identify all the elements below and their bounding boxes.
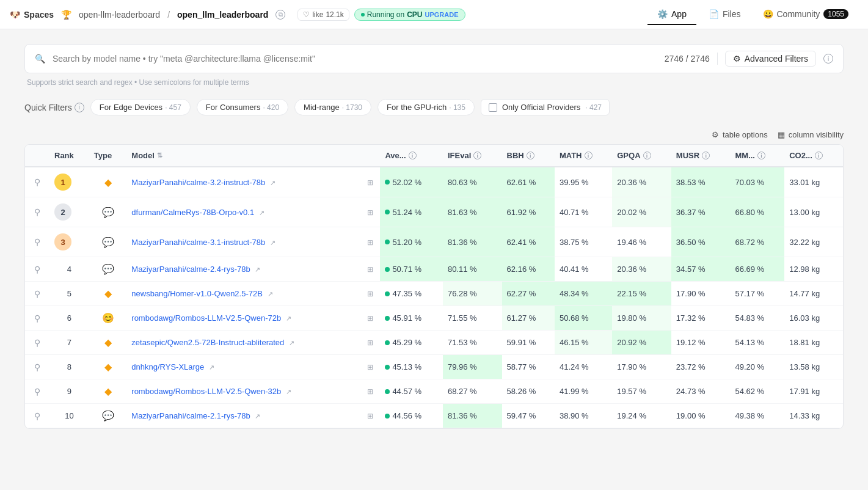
col-ave[interactable]: Ave... i xyxy=(380,145,443,167)
copy-icon[interactable]: ⊞ xyxy=(367,178,373,187)
pin-cell[interactable]: ⚲ xyxy=(25,331,49,355)
col-co2[interactable]: CO2... i xyxy=(784,145,843,167)
model-link[interactable]: MaziyarPanahi/calme-2.4-rys-78b xyxy=(131,265,250,274)
mm-cell: 49.38 % xyxy=(730,404,784,428)
mm-cell: 54.83 % xyxy=(730,306,784,331)
nav-actions: ♡ like 12.1k Running on CPU UPGRADE xyxy=(297,9,465,21)
external-link-icon: ↗ xyxy=(270,179,275,186)
math-cell: 40.41 % xyxy=(555,257,612,282)
gpqa-value: 19.46 % xyxy=(617,238,646,247)
nav-path[interactable]: open-llm-leaderboard xyxy=(79,10,160,20)
search-info-icon[interactable]: i xyxy=(823,54,833,64)
model-link[interactable]: dfurman/CalmeRys-78B-Orpo-v0.1 xyxy=(131,208,254,217)
copy-cell[interactable]: ⊞ xyxy=(360,167,380,197)
model-cell: newsbang/Homer-v1.0-Qwen2.5-72B ↗ xyxy=(126,282,360,306)
copy-icon[interactable]: ⊞ xyxy=(367,338,373,347)
search-input[interactable] xyxy=(53,54,657,64)
ifeval-value: 80.63 % xyxy=(448,178,477,187)
pin-icon[interactable]: ⚲ xyxy=(34,411,40,421)
copy-cell[interactable]: ⊞ xyxy=(360,306,380,331)
copy-cell[interactable]: ⊞ xyxy=(360,197,380,227)
pin-icon[interactable]: ⚲ xyxy=(34,265,40,274)
model-link[interactable]: rombodawg/Rombos-LLM-V2.5-Qwen-72b xyxy=(131,313,281,323)
col-rank[interactable]: Rank xyxy=(49,145,89,167)
pin-cell[interactable]: ⚲ xyxy=(25,257,49,282)
advanced-filters-button[interactable]: ⚙ Advanced Filters xyxy=(725,51,816,67)
copy-cell[interactable]: ⊞ xyxy=(360,379,380,404)
ave-score: 47.35 % xyxy=(385,289,438,298)
column-visibility-button[interactable]: ▦ column visibility xyxy=(778,130,844,139)
like-button[interactable]: ♡ like 12.1k xyxy=(297,9,349,21)
brand-logo[interactable]: 🐶 🐶 Spaces Spaces xyxy=(10,10,54,20)
copy-cell[interactable]: ⊞ xyxy=(360,227,380,257)
pin-icon[interactable]: ⚲ xyxy=(34,289,40,299)
filter-official-providers[interactable]: Only Official Providers · 427 xyxy=(481,99,610,115)
running-badge: Running on CPU UPGRADE xyxy=(354,9,465,21)
copy-link-icon[interactable]: ⧉ xyxy=(275,10,285,20)
copy-cell[interactable]: ⊞ xyxy=(360,282,380,306)
pin-icon[interactable]: ⚲ xyxy=(34,338,40,348)
pin-cell[interactable]: ⚲ xyxy=(25,167,49,197)
col-bbh[interactable]: BBH i xyxy=(502,145,555,167)
col-mm[interactable]: MM... i xyxy=(730,145,784,167)
copy-icon[interactable]: ⊞ xyxy=(367,265,373,274)
filter-consumers[interactable]: For Consumers · 420 xyxy=(197,99,288,115)
col-type[interactable]: Type xyxy=(89,145,127,167)
pin-icon[interactable]: ⚲ xyxy=(34,207,40,217)
copy-icon[interactable]: ⊞ xyxy=(367,238,373,247)
mm-value: 70.03 % xyxy=(735,178,764,187)
copy-cell[interactable]: ⊞ xyxy=(360,355,380,379)
gpqa-value: 19.80 % xyxy=(617,313,646,323)
copy-cell[interactable]: ⊞ xyxy=(360,257,380,282)
copy-icon[interactable]: ⊞ xyxy=(367,314,373,323)
model-link[interactable]: dnhkng/RYS-XLarge xyxy=(131,362,204,371)
filter-edge-devices[interactable]: For Edge Devices · 457 xyxy=(90,99,191,115)
model-link[interactable]: rombodawg/Rombos-LLM-V2.5-Qwen-32b xyxy=(131,387,281,396)
col-musr[interactable]: MUSR i xyxy=(671,145,731,167)
model-link[interactable]: newsbang/Homer-v1.0-Qwen2.5-72B xyxy=(131,289,263,298)
filter-midrange[interactable]: Mid-range · 1730 xyxy=(294,99,371,115)
col-math[interactable]: MATH i xyxy=(555,145,612,167)
rank-cell: 7 xyxy=(49,331,89,355)
pin-cell[interactable]: ⚲ xyxy=(25,282,49,306)
gpqa-cell: 19.46 % xyxy=(612,227,671,257)
model-link[interactable]: MaziyarPanahi/calme-2.1-rys-78b xyxy=(131,411,250,420)
model-link[interactable]: zetasepic/Qwen2.5-72B-Instruct-abliterat… xyxy=(131,338,284,347)
col-gpqa[interactable]: GPQA i xyxy=(612,145,671,167)
pin-cell[interactable]: ⚲ xyxy=(25,306,49,331)
pin-cell[interactable]: ⚲ xyxy=(25,379,49,404)
bbh-value: 62.16 % xyxy=(507,265,536,274)
pin-icon[interactable]: ⚲ xyxy=(34,177,40,187)
pin-cell[interactable]: ⚲ xyxy=(25,197,49,227)
upgrade-button[interactable]: UPGRADE xyxy=(425,11,459,18)
quick-filters-info-icon[interactable]: i xyxy=(75,103,84,112)
pin-cell[interactable]: ⚲ xyxy=(25,404,49,428)
copy-icon[interactable]: ⊞ xyxy=(367,387,373,396)
model-link[interactable]: MaziyarPanahi/calme-3.2-instruct-78b xyxy=(131,178,265,187)
pin-icon[interactable]: ⚲ xyxy=(34,237,40,247)
pin-cell[interactable]: ⚲ xyxy=(25,227,49,257)
pin-icon[interactable]: ⚲ xyxy=(34,362,40,372)
copy-icon[interactable]: ⊞ xyxy=(367,363,373,371)
copy-icon[interactable]: ⊞ xyxy=(367,290,373,298)
filter-gpu-rich[interactable]: For the GPU-rich · 135 xyxy=(377,99,475,115)
math-value: 38.75 % xyxy=(560,238,589,247)
table-options-button[interactable]: ⚙ table options xyxy=(712,130,768,139)
copy-cell[interactable]: ⊞ xyxy=(360,331,380,355)
pin-icon[interactable]: ⚲ xyxy=(34,313,40,323)
pin-icon[interactable]: ⚲ xyxy=(34,387,40,397)
col-model[interactable]: Model ⇅ xyxy=(126,145,360,167)
bbh-value: 58.77 % xyxy=(507,362,536,371)
tab-files[interactable]: 📄 Files xyxy=(699,4,751,25)
col-ifeval[interactable]: IFEval i xyxy=(443,145,502,167)
copy-icon[interactable]: ⊞ xyxy=(367,412,373,420)
ave-cell: 44.57 % xyxy=(380,379,443,404)
copy-icon[interactable]: ⊞ xyxy=(367,208,373,217)
model-link[interactable]: MaziyarPanahi/calme-3.1-instruct-78b xyxy=(131,238,265,247)
tab-app[interactable]: ⚙️ App xyxy=(647,4,696,25)
mm-cell: 54.13 % xyxy=(730,331,784,355)
tab-community[interactable]: 😀 Community 1055 xyxy=(753,4,859,25)
mm-value: 54.62 % xyxy=(735,387,764,396)
copy-cell[interactable]: ⊞ xyxy=(360,404,380,428)
pin-cell[interactable]: ⚲ xyxy=(25,355,49,379)
